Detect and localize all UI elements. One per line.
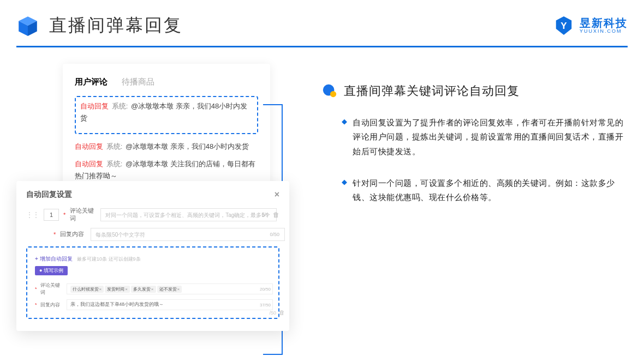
modal-header: 自动回复设置 × bbox=[26, 190, 279, 200]
form-row-keyword: ⋮⋮ * 评论关键词 0/5 🗑 bbox=[26, 207, 279, 222]
cube-icon bbox=[16, 14, 39, 37]
index-input[interactable] bbox=[44, 209, 59, 221]
auto-reply-tag: 自动回复 bbox=[80, 102, 109, 110]
example-box: + 增加自动回复 最多可建10条 还可以创建9条 ● 填写示例 * 评论关键词 … bbox=[26, 246, 279, 319]
section-header: 直播间弹幕关键词评论自动回复 bbox=[322, 83, 628, 99]
keyword-chip[interactable]: 还不发货× bbox=[157, 286, 182, 293]
keyword-chip[interactable]: 什么时候发货× bbox=[70, 286, 104, 293]
add-auto-reply-link[interactable]: + 增加自动回复 bbox=[35, 256, 73, 262]
close-icon[interactable]: × bbox=[275, 190, 279, 200]
add-hint: 最多可建10条 还可以创建9条 bbox=[77, 256, 141, 262]
add-row: + 增加自动回复 最多可建10条 还可以创建9条 bbox=[35, 253, 271, 263]
brand-sub: YUUXIN.COM bbox=[580, 29, 628, 34]
brand-name: 昱新科技 bbox=[580, 17, 628, 29]
highlighted-comment: 自动回复 系统: @冰墩墩本墩 亲亲，我们48小时内发货 bbox=[75, 96, 258, 134]
auto-reply-tag: 自动回复 bbox=[75, 160, 103, 168]
reply-input[interactable] bbox=[91, 228, 285, 241]
header-left: 直播间弹幕回复 bbox=[16, 14, 183, 38]
page-header: 直播间弹幕回复 Y 昱新科技 YUUXIN.COM bbox=[0, 0, 644, 46]
keyword-label: 评论关键词 bbox=[70, 207, 96, 222]
chat-bubble-icon bbox=[322, 83, 337, 99]
comment-row: 自动回复 系统: @冰墩墩本墩 亲亲，我们48小时内发货 bbox=[75, 141, 258, 153]
bullet-item: ◆ 针对同一个问题，可设置多个相近的、高频的关键词。例如：这款多少钱、这块能优惠… bbox=[322, 176, 628, 205]
bullet-item: ◆ 自动回复设置为了提升作者的评论回复效率，作者可在开播前针对常见的评论用户问题… bbox=[322, 116, 628, 159]
trash-icon[interactable]: 🗑 bbox=[273, 211, 279, 219]
keyword-chip[interactable]: 发货时间× bbox=[105, 286, 130, 293]
ex-keyword-input[interactable]: 什么时候发货× 发货时间× 多久发货× 还不发货× bbox=[67, 283, 273, 294]
auto-reply-tag: 自动回复 bbox=[75, 142, 103, 150]
required-mark: * bbox=[63, 212, 65, 218]
outer-counter: /50 bbox=[269, 310, 276, 316]
bullet-text: 针对同一个问题，可设置多个相近的、高频的关键词。例如：这款多少钱、这块能优惠吗、… bbox=[353, 176, 628, 205]
ex-reply-counter: 37/50 bbox=[260, 303, 271, 307]
section-title: 直播间弹幕关键词评论自动回复 bbox=[344, 83, 520, 99]
header-divider bbox=[16, 46, 628, 47]
right-pane: 直播间弹幕关键词评论自动回复 ◆ 自动回复设置为了提升作者的评论回复效率，作者可… bbox=[322, 64, 628, 222]
ex-reply-label: 回复内容 bbox=[40, 301, 63, 309]
reply-counter: 0/50 bbox=[270, 232, 279, 237]
content: 用户评论 待播商品 自动回复 系统: @冰墩墩本墩 亲亲，我们48小时内发货 自… bbox=[0, 58, 644, 227]
ex-kw-counter: 20/50 bbox=[260, 287, 271, 292]
system-tag: 系统: bbox=[106, 142, 123, 150]
brand: Y 昱新科技 YUUXIN.COM bbox=[553, 15, 628, 36]
trash-icon[interactable]: 🗑 bbox=[279, 309, 285, 316]
brand-text: 昱新科技 YUUXIN.COM bbox=[580, 17, 628, 34]
example-badge: ● 填写示例 bbox=[35, 266, 68, 275]
form-row-reply: * 回复内容 0/50 bbox=[26, 228, 279, 241]
settings-modal: 自动回复设置 × ⋮⋮ * 评论关键词 0/5 🗑 * 回复内容 0/50 bbox=[16, 181, 289, 331]
diamond-bullet-icon: ◆ bbox=[342, 117, 347, 159]
drag-handle-icon[interactable]: ⋮⋮ bbox=[26, 211, 39, 219]
required-mark: * bbox=[35, 286, 37, 292]
system-tag: 系统: bbox=[106, 160, 123, 168]
system-tag: 系统: bbox=[112, 102, 128, 110]
ex-reply-input[interactable]: 亲，我们这边都是下单48小时内发货的哦～ bbox=[67, 299, 273, 310]
required-mark: * bbox=[35, 302, 37, 307]
modal-title: 自动回复设置 bbox=[26, 190, 72, 200]
svg-point-5 bbox=[330, 91, 336, 97]
left-pane: 用户评论 待播商品 自动回复 系统: @冰墩墩本墩 亲亲，我们48小时内发货 自… bbox=[16, 64, 300, 222]
ex-keyword-label: 评论关键词 bbox=[40, 282, 63, 296]
tabs: 用户评论 待播商品 bbox=[75, 77, 258, 87]
example-reply-row: * 回复内容 亲，我们这边都是下单48小时内发货的哦～ 37/50 bbox=[35, 299, 271, 310]
reply-label: 回复内容 bbox=[60, 231, 86, 238]
brand-logo-icon: Y bbox=[553, 15, 574, 36]
ex-reply-text: 亲，我们这边都是下单48小时内发货的哦～ bbox=[70, 301, 164, 308]
keyword-counter: 0/5 bbox=[261, 212, 269, 218]
keyword-input[interactable] bbox=[100, 208, 277, 221]
comment-row: 自动回复 系统: @冰墩墩本墩 关注我们的店铺，每日都有热门推荐呦～ bbox=[75, 158, 258, 182]
tab-user-comments[interactable]: 用户评论 bbox=[75, 77, 108, 87]
bullet-text: 自动回复设置为了提升作者的评论回复效率，作者可在开播前针对常见的评论用户问题，提… bbox=[353, 116, 628, 159]
comment-text: @冰墩墩本墩 亲亲，我们48小时内发货 bbox=[126, 142, 249, 150]
page-title: 直播间弹幕回复 bbox=[49, 14, 183, 38]
diamond-bullet-icon: ◆ bbox=[342, 178, 347, 205]
tab-pending-goods[interactable]: 待播商品 bbox=[122, 77, 154, 87]
keyword-chip[interactable]: 多久发货× bbox=[131, 286, 156, 293]
comment-row: 自动回复 系统: @冰墩墩本墩 亲亲，我们48小时内发货 bbox=[80, 100, 253, 124]
required-mark: * bbox=[53, 231, 56, 238]
example-keyword-row: * 评论关键词 什么时候发货× 发货时间× 多久发货× 还不发货× 20/50 bbox=[35, 282, 271, 296]
svg-text:Y: Y bbox=[560, 21, 567, 31]
